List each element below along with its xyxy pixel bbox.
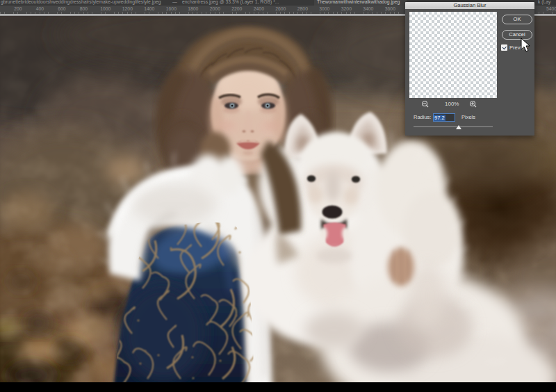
svg-text:100%: 100%	[445, 101, 459, 107]
